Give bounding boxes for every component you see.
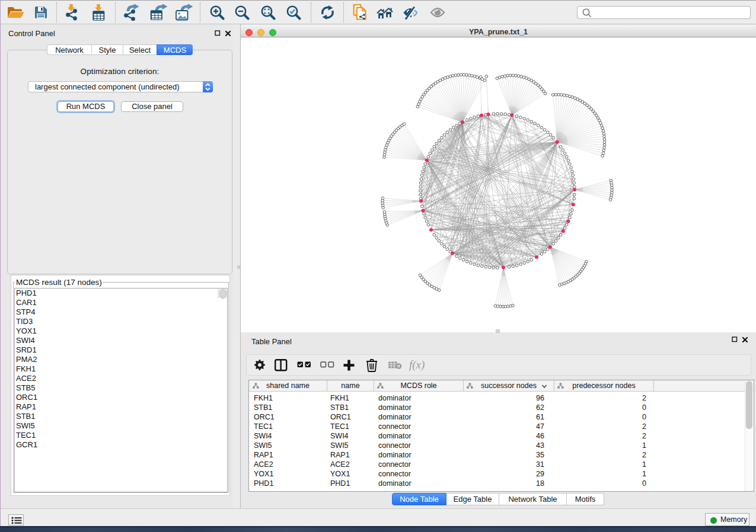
svg-text:f(x): f(x) — [409, 358, 425, 371]
